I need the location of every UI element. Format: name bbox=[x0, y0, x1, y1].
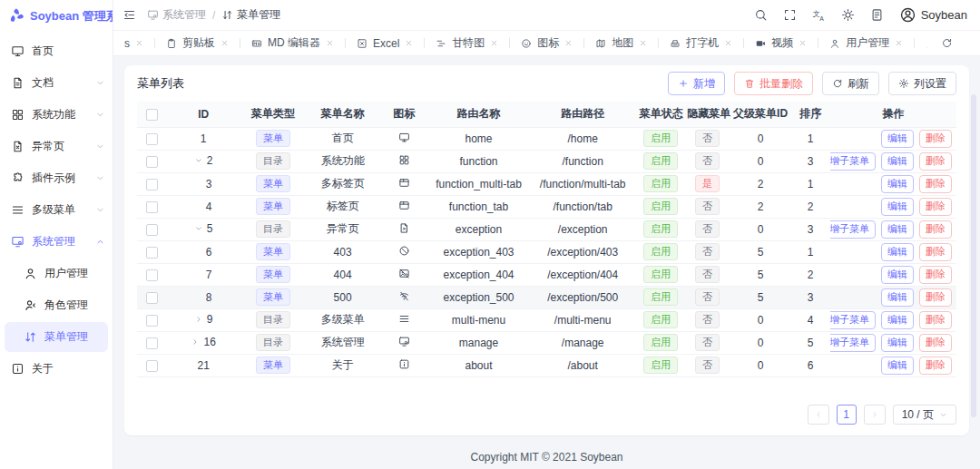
tab-typewriter[interactable]: 打字机 bbox=[662, 33, 740, 54]
tab-video[interactable]: 视频 bbox=[747, 33, 815, 54]
delete-button[interactable]: 删除 bbox=[919, 220, 952, 239]
sidebar-item-exception[interactable]: 异常页 bbox=[0, 132, 113, 161]
delete-button[interactable]: 删除 bbox=[919, 198, 952, 216]
add-child-button[interactable]: 新增子菜单 bbox=[830, 334, 876, 352]
tab-map[interactable]: 地图 bbox=[587, 33, 655, 54]
tab-close-icon[interactable] bbox=[490, 39, 498, 47]
app-logo[interactable]: Soybean 管理系统 bbox=[0, 0, 113, 33]
edit-button[interactable]: 编辑 bbox=[881, 357, 914, 375]
column-settings-button[interactable]: 列设置 bbox=[888, 72, 956, 95]
pagination-next-button[interactable] bbox=[864, 405, 886, 425]
edit-button[interactable]: 编辑 bbox=[881, 243, 914, 261]
sidebar-item-menu-manage[interactable]: 菜单管理 bbox=[5, 322, 108, 352]
delete-button[interactable]: 删除 bbox=[919, 175, 952, 193]
select-all-checkbox[interactable] bbox=[146, 109, 158, 121]
sidebar-item-home[interactable]: 首页 bbox=[0, 36, 113, 66]
pagination-page-button[interactable]: 1 bbox=[837, 405, 857, 425]
row-expand-icon[interactable] bbox=[194, 315, 203, 324]
delete-button[interactable]: 删除 bbox=[919, 357, 952, 375]
add-button[interactable]: 新增 bbox=[668, 72, 725, 95]
tab-close-icon[interactable] bbox=[564, 39, 573, 47]
row-checkbox[interactable] bbox=[146, 269, 158, 281]
row-checkbox[interactable] bbox=[146, 133, 158, 145]
row-checkbox[interactable] bbox=[146, 315, 158, 327]
sidebar-item-manage[interactable]: 系统管理 bbox=[0, 227, 113, 257]
row-expand-icon[interactable] bbox=[191, 337, 200, 347]
delete-button[interactable]: 删除 bbox=[919, 152, 952, 171]
row-checkbox[interactable] bbox=[146, 337, 158, 349]
edit-button[interactable]: 编辑 bbox=[881, 266, 914, 284]
tab-icons[interactable]: 图标 bbox=[513, 33, 581, 54]
pagination-prev-button[interactable] bbox=[808, 405, 829, 425]
theme-sun-icon[interactable] bbox=[841, 8, 855, 22]
edit-button[interactable]: 编辑 bbox=[881, 175, 914, 193]
tab-close-icon[interactable] bbox=[799, 39, 807, 47]
row-expand-icon[interactable] bbox=[194, 156, 203, 165]
edit-button[interactable]: 编辑 bbox=[881, 311, 914, 329]
row-checkbox[interactable] bbox=[146, 201, 158, 213]
tab-close-icon[interactable] bbox=[639, 39, 647, 47]
refresh-button[interactable]: 刷新 bbox=[822, 72, 879, 95]
tab-partial[interactable]: s bbox=[116, 34, 152, 53]
delete-button[interactable]: 删除 bbox=[919, 334, 952, 352]
tab-close-icon[interactable] bbox=[135, 39, 143, 47]
edit-button[interactable]: 编辑 bbox=[881, 152, 914, 171]
image-off-icon bbox=[398, 268, 410, 279]
row-checkbox[interactable] bbox=[146, 292, 158, 304]
tab-md-editor[interactable]: MD 编辑器 bbox=[243, 33, 342, 54]
delete-button[interactable]: 删除 bbox=[919, 311, 952, 329]
row-checkbox[interactable] bbox=[146, 156, 158, 168]
edit-button[interactable]: 编辑 bbox=[881, 198, 914, 216]
edit-button[interactable]: 编辑 bbox=[881, 334, 914, 352]
theme-settings-icon[interactable] bbox=[870, 8, 884, 22]
sidebar-item-user-manage[interactable]: 用户管理 bbox=[0, 259, 113, 288]
sidebar-item-document[interactable]: 文档 bbox=[0, 68, 113, 98]
tab-clipboard[interactable]: 剪贴板 bbox=[158, 33, 237, 54]
tab-label: s bbox=[124, 37, 130, 50]
add-child-button[interactable]: 新增子菜单 bbox=[830, 220, 876, 239]
tab-excel[interactable]: Excel bbox=[348, 34, 421, 53]
tab-divider bbox=[914, 38, 915, 48]
sidebar-item-plugin[interactable]: 插件示例 bbox=[0, 163, 113, 193]
sidebar-item-function[interactable]: 系统功能 bbox=[0, 100, 113, 130]
tab-close-icon[interactable] bbox=[405, 39, 413, 47]
edit-button[interactable]: 编辑 bbox=[881, 288, 914, 307]
breadcrumb-item[interactable]: 菜单管理 bbox=[221, 7, 280, 23]
page-size-select[interactable]: 10 / 页 bbox=[893, 405, 956, 425]
row-checkbox[interactable] bbox=[146, 224, 158, 236]
sidebar-item-about[interactable]: 关于 bbox=[0, 354, 113, 384]
sidebar-item-multi-menu[interactable]: 多级菜单 bbox=[0, 195, 113, 225]
fullscreen-icon[interactable] bbox=[783, 8, 797, 22]
delete-button[interactable]: 删除 bbox=[919, 288, 952, 307]
reload-page-icon[interactable] bbox=[941, 37, 953, 49]
parent-id: 2 bbox=[758, 200, 764, 213]
batch-delete-button[interactable]: 批量删除 bbox=[734, 72, 813, 95]
translate-icon[interactable]: 文A bbox=[812, 8, 826, 22]
menu-name: 多标签页 bbox=[321, 177, 365, 190]
row-checkbox[interactable] bbox=[146, 360, 158, 372]
tab-close-icon[interactable] bbox=[220, 39, 229, 47]
row-checkbox[interactable] bbox=[146, 179, 158, 191]
hidden-tag: 否 bbox=[695, 334, 720, 351]
sidebar-item-role-manage[interactable]: 角色管理 bbox=[0, 290, 113, 320]
delete-button[interactable]: 删除 bbox=[919, 243, 952, 261]
tab-gantt[interactable]: 甘特图 bbox=[427, 33, 506, 54]
breadcrumb-item[interactable]: 系统管理 bbox=[147, 7, 206, 23]
tab-close-icon[interactable] bbox=[724, 39, 732, 47]
delete-button[interactable]: 删除 bbox=[919, 266, 952, 284]
tab-close-icon[interactable] bbox=[326, 39, 334, 47]
edit-button[interactable]: 编辑 bbox=[881, 220, 914, 239]
table-scrollbar[interactable] bbox=[971, 94, 976, 417]
sidebar-collapse-icon[interactable] bbox=[122, 8, 136, 22]
delete-button[interactable]: 删除 bbox=[919, 130, 952, 148]
user-menu[interactable]: Soybean bbox=[899, 6, 967, 24]
add-child-button[interactable]: 新增子菜单 bbox=[830, 152, 876, 171]
tab-close-icon[interactable] bbox=[895, 39, 903, 47]
tab-user-manage[interactable]: 用户管理 bbox=[821, 33, 911, 54]
tab-role-manage[interactable]: 角色管理 bbox=[917, 33, 927, 54]
edit-button[interactable]: 编辑 bbox=[881, 130, 914, 148]
row-checkbox[interactable] bbox=[146, 247, 158, 259]
row-expand-icon[interactable] bbox=[194, 224, 203, 233]
search-icon[interactable] bbox=[754, 8, 768, 22]
add-child-button[interactable]: 新增子菜单 bbox=[830, 311, 876, 329]
